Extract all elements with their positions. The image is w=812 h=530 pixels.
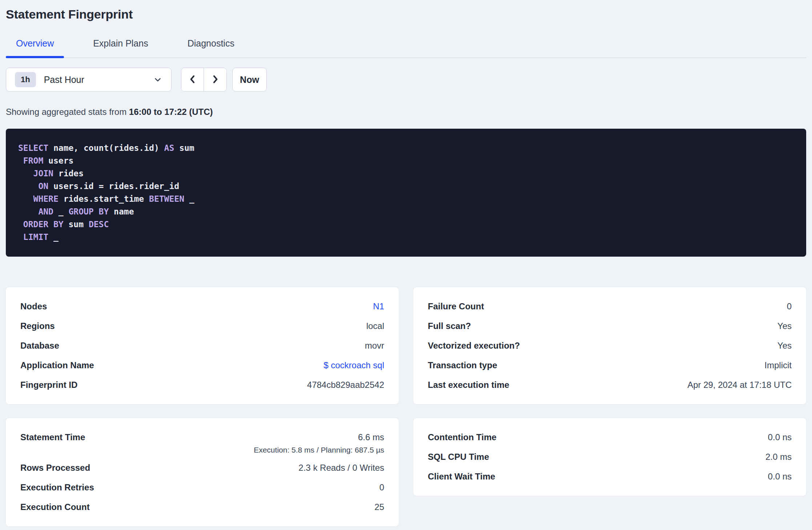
detail-row-nodes: Nodes N1 xyxy=(20,297,384,316)
now-button[interactable]: Now xyxy=(232,68,267,92)
row-label: Transaction type xyxy=(428,360,497,370)
row-value: Apr 29, 2024 at 17:18 UTC xyxy=(687,380,792,390)
row-label: Nodes xyxy=(20,301,47,312)
row-value: 2.3 k Reads / 0 Writes xyxy=(298,463,384,473)
row-label: Vectorized execution? xyxy=(428,341,520,351)
sql-code: SELECT name, count(rides.id) AS sum FROM… xyxy=(18,142,794,244)
row-label: Last execution time xyxy=(428,380,509,390)
row-value: Yes xyxy=(777,341,792,351)
summary-cards: Nodes N1 Regions local Database movr App… xyxy=(6,287,806,526)
row-label: Rows Processed xyxy=(20,463,90,473)
row-value: 0 xyxy=(379,482,384,493)
time-controls: 1h Past Hour Now xyxy=(6,68,806,92)
aggregated-stats-range: 16:00 to 17:22 (UTC) xyxy=(129,107,213,117)
row-label: Database xyxy=(20,341,59,351)
sql-statement-box: SELECT name, count(rides.id) AS sum FROM… xyxy=(6,129,806,257)
row-value: 0.0 ns xyxy=(768,471,792,482)
row-label: SQL CPU Time xyxy=(428,452,489,462)
row-value: 6.6 ms xyxy=(358,432,384,442)
statement-details-card: Nodes N1 Regions local Database movr App… xyxy=(6,287,399,404)
detail-row-sql-cpu-time: SQL CPU Time 2.0 ms xyxy=(428,447,792,467)
detail-row-statement-time: Statement Time 6.6 ms Execution: 5.8 ms … xyxy=(20,427,384,458)
row-value: movr xyxy=(365,341,384,351)
row-value: 0.0 ns xyxy=(768,432,792,442)
row-value: 4784cb829aab2542 xyxy=(307,380,384,390)
page-title: Statement Fingerprint xyxy=(6,7,806,21)
tab-explain-plans[interactable]: Explain Plans xyxy=(83,38,158,57)
row-value: 2.0 ms xyxy=(765,452,792,462)
detail-row-vectorized-execution: Vectorized execution? Yes xyxy=(428,336,792,356)
detail-row-client-wait-time: Client Wait Time 0.0 ns xyxy=(428,467,792,486)
row-label: Full scan? xyxy=(428,321,471,331)
statement-timing-card: Statement Time 6.6 ms Execution: 5.8 ms … xyxy=(6,418,399,526)
detail-row-transaction-type: Transaction type Implicit xyxy=(428,356,792,375)
time-range-label: Past Hour xyxy=(44,75,153,85)
detail-row-regions: Regions local xyxy=(20,316,384,336)
time-range-picker[interactable]: 1h Past Hour xyxy=(6,68,172,92)
row-label: Failure Count xyxy=(428,301,484,312)
tab-diagnostics[interactable]: Diagnostics xyxy=(177,38,245,57)
time-step-buttons xyxy=(181,68,227,92)
detail-row-full-scan: Full scan? Yes xyxy=(428,316,792,336)
detail-row-last-execution-time: Last execution time Apr 29, 2024 at 17:1… xyxy=(428,375,792,395)
row-label: Contention Time xyxy=(428,432,497,442)
row-value: Implicit xyxy=(764,360,792,370)
row-value: 0 xyxy=(787,301,792,312)
previous-time-range-button[interactable] xyxy=(181,68,204,91)
detail-row-contention-time: Contention Time 0.0 ns xyxy=(428,427,792,447)
nodes-link[interactable]: N1 xyxy=(373,301,384,312)
time-range-badge: 1h xyxy=(15,72,36,87)
row-value: Yes xyxy=(777,321,792,331)
row-label: Execution Count xyxy=(20,502,90,512)
row-value: 25 xyxy=(374,502,384,512)
detail-row-application-name: Application Name $ cockroach sql xyxy=(20,356,384,375)
row-value: local xyxy=(366,321,384,331)
row-label: Statement Time xyxy=(20,432,85,442)
row-label: Execution Retries xyxy=(20,482,94,493)
wait-time-card: Contention Time 0.0 ns SQL CPU Time 2.0 … xyxy=(413,418,806,496)
row-label: Application Name xyxy=(20,360,94,370)
execution-attributes-card: Failure Count 0 Full scan? Yes Vectorize… xyxy=(413,287,806,404)
row-label: Regions xyxy=(20,321,55,331)
detail-row-database: Database movr xyxy=(20,336,384,356)
tab-overview[interactable]: Overview xyxy=(6,38,64,57)
chevron-right-icon xyxy=(210,74,221,86)
chevron-down-icon xyxy=(153,75,162,84)
detail-row-fingerprint-id: Fingerprint ID 4784cb829aab2542 xyxy=(20,375,384,395)
aggregated-stats-prefix: Showing aggregated stats from xyxy=(6,107,129,117)
aggregated-stats-caption: Showing aggregated stats from 16:00 to 1… xyxy=(6,107,806,117)
tab-bar: Overview Explain Plans Diagnostics xyxy=(6,38,806,58)
detail-row-execution-count: Execution Count 25 xyxy=(20,497,384,517)
statement-time-breakdown: Execution: 5.8 ms / Planning: 687.5 µs xyxy=(254,446,384,454)
row-label: Client Wait Time xyxy=(428,471,495,482)
row-label: Fingerprint ID xyxy=(20,380,77,390)
detail-row-failure-count: Failure Count 0 xyxy=(428,297,792,316)
detail-row-execution-retries: Execution Retries 0 xyxy=(20,478,384,497)
statement-fingerprint-page: Statement Fingerprint Overview Explain P… xyxy=(0,0,812,526)
detail-row-rows-processed: Rows Processed 2.3 k Reads / 0 Writes xyxy=(20,458,384,478)
application-name-link[interactable]: $ cockroach sql xyxy=(323,360,384,370)
next-time-range-button[interactable] xyxy=(204,68,226,91)
chevron-left-icon xyxy=(187,74,198,86)
